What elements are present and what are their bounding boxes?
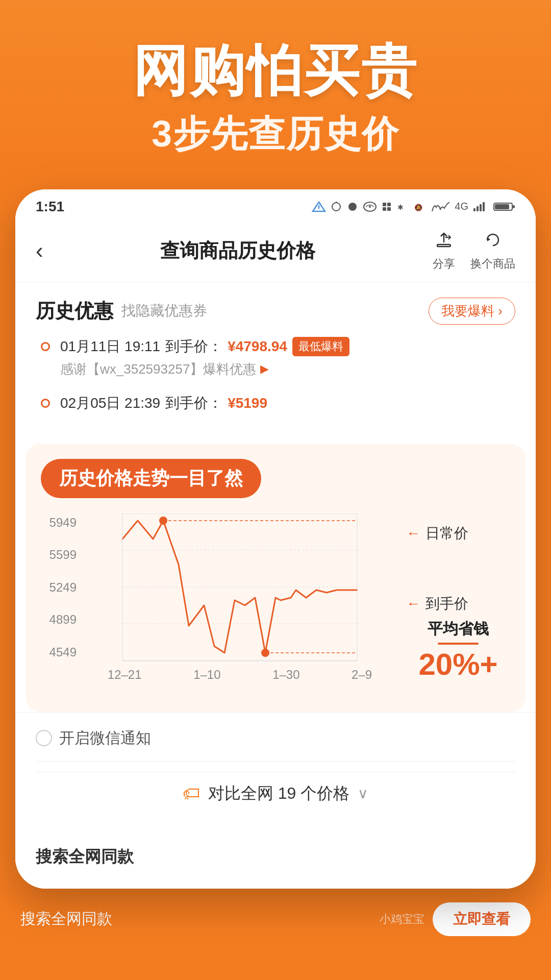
price-item: 02月05日 21:39 到手价： ¥5199: [41, 394, 510, 413]
bottom-more: 搜索全网同款: [15, 830, 536, 889]
switch-product-button[interactable]: 换个商品: [470, 230, 515, 272]
daily-price-legend: ← 日常价: [406, 524, 510, 543]
savings-label: 平均省钱: [406, 619, 510, 640]
svg-rect-15: [480, 204, 482, 211]
compare-text: 对比全网 19 个价格: [208, 782, 349, 805]
hand-price-legend: ← 到手价: [406, 594, 510, 614]
price-list: 01月11日 19:11 到手价： ¥4798.94 最低爆料 感谢【wx_35…: [36, 337, 515, 413]
back-button[interactable]: ‹: [36, 238, 43, 263]
chart-tag-text: 历史价格走势一目了然: [59, 468, 243, 488]
daily-price-label: 日常价: [425, 524, 468, 543]
chart-main: 5949 5599 5249 4899 4549: [41, 513, 398, 697]
status-bar: 1:51 ✱ 🔕 4G: [15, 189, 536, 220]
legend-arrow: ←: [406, 525, 420, 542]
price-badge: 最低爆料: [292, 337, 349, 356]
main-title: 网购怕买贵: [20, 41, 531, 102]
svg-rect-8: [387, 203, 391, 206]
price-value: ¥5199: [228, 395, 267, 411]
price-value: ¥4798.94: [228, 338, 287, 355]
phone-mockup: 1:51 ✱ 🔕 4G ‹ 查询商品历史价格 分享: [15, 189, 536, 889]
history-title-group: 历史优惠 找隐藏优惠券: [36, 298, 207, 324]
price-label: 到手价：: [165, 394, 222, 413]
top-banner: 网购怕买贵 3步先查历史价: [0, 0, 551, 159]
history-section: 历史优惠 找隐藏优惠券 我要爆料 › 01月11日 19:11 到手价： ¥47…: [15, 282, 536, 444]
price-sub-text: 感谢【wx_352593257】爆料优惠: [60, 360, 256, 378]
svg-rect-18: [495, 204, 509, 209]
svg-rect-19: [513, 205, 515, 208]
svg-rect-14: [477, 206, 479, 211]
chevron-down-icon: ∨: [358, 785, 368, 802]
svg-marker-22: [487, 237, 490, 241]
svg-point-6: [369, 206, 371, 208]
divider: [36, 761, 515, 762]
legend-arrow: ←: [406, 596, 420, 612]
hand-price-label: 到手价: [425, 594, 468, 614]
x-label: 12–21: [108, 668, 142, 682]
history-header: 历史优惠 找隐藏优惠券 我要爆料 ›: [36, 298, 515, 325]
status-icons: ✱ 🔕 4G: [312, 201, 515, 212]
svg-text:✱: ✱: [397, 203, 404, 211]
price-item-main: 02月05日 21:39 到手价： ¥5199: [60, 394, 510, 413]
price-item-content: 01月11日 19:11 到手价： ¥4798.94 最低爆料 感谢【wx_35…: [60, 337, 510, 378]
tag-icon: 🏷: [183, 783, 200, 803]
nav-title: 查询商品历史价格: [160, 238, 315, 264]
price-item: 01月11日 19:11 到手价： ¥4798.94 最低爆料 感谢【wx_35…: [41, 337, 510, 378]
y-label: 5249: [41, 580, 77, 595]
price-item-sub: 感谢【wx_352593257】爆料优惠 ▶: [60, 360, 510, 378]
share-icon: [434, 230, 454, 254]
price-date: 01月11日 19:11: [60, 337, 160, 356]
footer-text: 搜索全网同款: [20, 909, 112, 929]
nav-actions: 分享 换个商品: [433, 230, 515, 272]
footer-button[interactable]: 立即查看: [433, 902, 531, 936]
footer-bar: 搜索全网同款 小鸡宝宝 立即查看: [0, 889, 551, 950]
wechat-notify-text: 开启微信通知: [59, 728, 151, 749]
sub-title: 3步先查历史价: [20, 110, 531, 159]
chart-legend: ← 日常价 ← 到手价 平均省钱 20%+: [398, 513, 510, 697]
report-btn-label: 我要爆料 ›: [441, 302, 503, 320]
svg-rect-7: [383, 203, 386, 206]
bottom-more-title: 搜索全网同款: [36, 846, 515, 868]
savings-box: 平均省钱 20%+: [406, 619, 510, 681]
price-sub-arrow[interactable]: ▶: [260, 362, 269, 376]
price-dot: [41, 399, 50, 408]
compare-bar[interactable]: 🏷 对比全网 19 个价格 ∨: [36, 772, 515, 815]
x-label: 2–9: [352, 668, 372, 682]
refresh-icon: [483, 230, 503, 254]
y-label: 5949: [41, 516, 77, 530]
svg-rect-9: [383, 207, 386, 211]
price-label: 到手价：: [165, 337, 222, 356]
svg-rect-13: [473, 208, 475, 211]
switch-label: 换个商品: [470, 256, 515, 272]
wechat-notify[interactable]: 开启微信通知: [36, 728, 515, 749]
svg-rect-10: [387, 207, 391, 211]
svg-text:🔕: 🔕: [414, 203, 423, 212]
share-label: 分享: [433, 256, 455, 272]
svg-rect-32: [122, 513, 357, 661]
chart-area: 5949 5599 5249 4899 4549: [41, 513, 510, 697]
report-button[interactable]: 我要爆料 ›: [429, 298, 515, 325]
nav-bar: ‹ 查询商品历史价格 分享 换个商品: [15, 220, 536, 282]
price-item-main: 01月11日 19:11 到手价： ¥4798.94 最低爆料: [60, 337, 510, 356]
chart-card: 历史价格走势一目了然 5949 5599 5249 4899 4549: [26, 444, 525, 712]
x-label: 1–30: [272, 668, 299, 682]
price-dot: [41, 342, 50, 351]
history-title: 历史优惠: [36, 298, 113, 324]
svg-rect-20: [437, 244, 450, 247]
svg-point-4: [348, 203, 357, 211]
y-label: 5599: [41, 548, 77, 562]
price-item-content: 02月05日 21:39 到手价： ¥5199: [60, 394, 510, 413]
price-chart: [82, 513, 398, 662]
watermark: 小鸡宝宝: [380, 912, 424, 927]
price-date: 02月05日 21:39: [60, 394, 160, 413]
history-subtitle: 找隐藏优惠券: [121, 301, 207, 321]
x-label: 1–10: [193, 668, 220, 682]
share-button[interactable]: 分享: [433, 230, 455, 272]
radio-circle: [36, 730, 52, 746]
bottom-section: 开启微信通知 🏷 对比全网 19 个价格 ∨: [15, 712, 536, 830]
chart-tag: 历史价格走势一目了然: [41, 459, 261, 498]
savings-value: 20%+: [406, 648, 510, 681]
svg-rect-16: [483, 202, 485, 211]
svg-point-2: [332, 203, 340, 211]
y-label: 4899: [41, 612, 77, 627]
status-time: 1:51: [36, 199, 64, 215]
